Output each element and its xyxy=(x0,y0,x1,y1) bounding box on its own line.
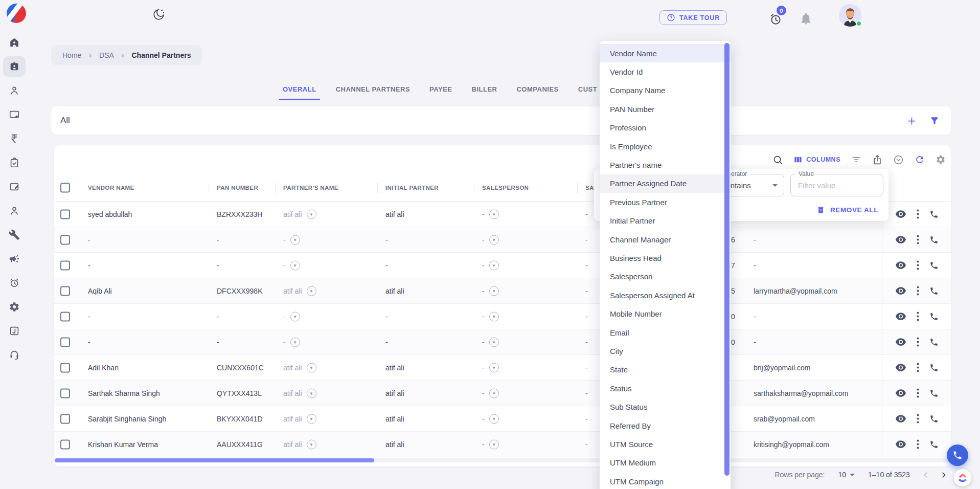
chevron-down-icon[interactable]: ▼ xyxy=(307,439,316,449)
menu-item-referred-by[interactable]: Referred By xyxy=(600,416,731,435)
chevron-down-icon[interactable]: ▼ xyxy=(489,414,499,424)
view-button[interactable] xyxy=(895,338,906,346)
menu-item-utm-medium[interactable]: UTM Medium xyxy=(600,454,731,472)
clickup-widget-button[interactable] xyxy=(954,469,971,486)
menu-item-partner-s-name[interactable]: Partner's name xyxy=(600,155,731,174)
breadcrumb-link-home[interactable]: Home xyxy=(62,51,81,59)
call-fab-button[interactable] xyxy=(947,444,968,466)
filter-funnel-button[interactable] xyxy=(929,116,940,126)
call-button[interactable] xyxy=(929,440,939,449)
tab-cust[interactable]: CUST xyxy=(575,78,601,100)
view-button[interactable] xyxy=(895,235,906,244)
sidebar-item-tasks[interactable] xyxy=(3,152,26,173)
row-checkbox[interactable] xyxy=(60,414,70,424)
brand-logo[interactable] xyxy=(7,4,26,23)
view-button[interactable] xyxy=(895,363,906,372)
menu-item-profession[interactable]: Profession xyxy=(600,119,731,137)
menu-item-utm-campaign[interactable]: UTM Campaign xyxy=(600,472,731,489)
column-header-partner-s-name[interactable]: PARTNER'S NAME xyxy=(283,174,338,202)
take-tour-button[interactable]: TAKE TOUR xyxy=(659,10,727,25)
add-view-button[interactable] xyxy=(906,116,917,126)
call-button[interactable] xyxy=(929,235,939,244)
menu-item-salesperson[interactable]: Salesperson xyxy=(600,268,731,286)
chevron-down-icon[interactable]: ▼ xyxy=(489,363,499,372)
table-settings-gear-icon[interactable] xyxy=(936,154,946,165)
view-button[interactable] xyxy=(895,312,906,321)
chevron-down-icon[interactable]: ▼ xyxy=(307,209,316,219)
chevron-down-icon[interactable]: ▼ xyxy=(489,235,499,244)
sidebar-item-journal[interactable] xyxy=(3,321,26,341)
timer-button[interactable]: 0 xyxy=(769,12,783,26)
chevron-down-icon[interactable]: ▼ xyxy=(290,312,300,321)
tab-overall[interactable]: OVERALL xyxy=(279,78,320,100)
row-checkbox[interactable] xyxy=(60,337,70,347)
row-checkbox[interactable] xyxy=(60,388,70,398)
sidebar-item-reminders[interactable] xyxy=(3,273,26,293)
chevron-down-icon[interactable]: ▼ xyxy=(290,337,300,347)
filter-lines-icon[interactable] xyxy=(851,154,861,165)
column-header-vendor-name[interactable]: VENDOR NAME xyxy=(88,174,134,202)
row-checkbox[interactable] xyxy=(60,439,70,449)
menu-item-initial-partner[interactable]: Initial Partner xyxy=(600,212,731,230)
chevron-down-icon[interactable]: ▼ xyxy=(307,414,316,424)
menu-item-utm-source[interactable]: UTM Source xyxy=(600,435,731,453)
chevron-down-icon[interactable]: ▼ xyxy=(290,235,300,244)
chevron-down-icon[interactable]: ▼ xyxy=(489,388,499,398)
notifications-bell-icon[interactable] xyxy=(799,12,813,26)
chevron-down-icon[interactable]: ▼ xyxy=(290,260,300,270)
menu-scrollbar-thumb[interactable] xyxy=(724,43,730,476)
call-button[interactable] xyxy=(929,338,939,347)
sidebar-item-support[interactable] xyxy=(3,345,26,365)
menu-item-state[interactable]: State xyxy=(600,361,731,379)
menu-item-status[interactable]: Status xyxy=(600,379,731,397)
select-all-checkbox[interactable] xyxy=(60,183,70,192)
chevron-down-icon[interactable]: ▼ xyxy=(307,388,316,398)
menu-item-city[interactable]: City xyxy=(600,342,731,360)
column-header-initial-partner[interactable]: INITIAL PARTNER xyxy=(385,174,439,202)
menu-item-salesperson-assigned-at[interactable]: Salesperson Assigned At xyxy=(600,286,731,304)
menu-item-mobile-number[interactable]: Mobile Number xyxy=(600,304,731,323)
next-page-button[interactable]: › xyxy=(941,469,946,481)
call-button[interactable] xyxy=(929,210,939,219)
more-options-button[interactable] xyxy=(917,439,919,449)
tab-payee[interactable]: PAYEE xyxy=(426,78,455,100)
row-checkbox[interactable] xyxy=(60,363,70,372)
call-button[interactable] xyxy=(929,261,939,270)
sidebar-item-notes[interactable] xyxy=(3,176,26,197)
call-button[interactable] xyxy=(929,389,939,398)
chevron-down-icon[interactable]: ▼ xyxy=(489,286,499,296)
menu-item-channel-manager[interactable]: Channel Manager xyxy=(600,230,731,249)
view-button[interactable] xyxy=(895,261,906,270)
columns-button[interactable]: COLUMNS xyxy=(794,155,840,164)
sidebar-item-settings[interactable] xyxy=(3,297,26,317)
menu-item-previous-partner[interactable]: Previous Partner xyxy=(600,193,731,211)
more-options-button[interactable] xyxy=(917,235,919,244)
export-icon[interactable] xyxy=(872,154,882,165)
menu-item-sub-status[interactable]: Sub Status xyxy=(600,397,731,416)
dark-mode-toggle[interactable] xyxy=(152,8,165,21)
more-options-button[interactable] xyxy=(917,286,919,296)
more-options-button[interactable] xyxy=(917,414,919,424)
menu-item-vendor-name[interactable]: Vendor Name xyxy=(600,44,731,62)
tab-channel-partners[interactable]: CHANNEL PARTNERS xyxy=(332,78,414,100)
menu-item-is-employee[interactable]: Is Employee xyxy=(600,137,731,155)
menu-item-company-name[interactable]: Company Name xyxy=(600,81,731,100)
row-checkbox[interactable] xyxy=(60,235,70,244)
chevron-down-icon[interactable]: ▼ xyxy=(489,439,499,449)
horizontal-scrollbar[interactable] xyxy=(55,458,950,462)
view-button[interactable] xyxy=(895,210,906,218)
sidebar-item-home[interactable] xyxy=(3,32,26,53)
view-button[interactable] xyxy=(895,440,906,449)
sidebar-item-users[interactable] xyxy=(3,201,26,221)
column-header-salesperson[interactable]: SALESPERSON xyxy=(482,174,529,202)
more-options-button[interactable] xyxy=(917,312,919,321)
more-options-button[interactable] xyxy=(917,388,919,398)
sidebar-item-site-settings[interactable] xyxy=(3,104,26,125)
sidebar-item-tools[interactable] xyxy=(3,225,26,245)
more-options-button[interactable] xyxy=(917,209,919,219)
collapse-circle-icon[interactable] xyxy=(893,154,904,165)
column-header-pan-number[interactable]: PAN NUMBER xyxy=(217,174,258,202)
search-icon[interactable] xyxy=(772,154,783,165)
view-button[interactable] xyxy=(895,414,906,423)
previous-page-button[interactable]: ‹ xyxy=(923,469,928,481)
